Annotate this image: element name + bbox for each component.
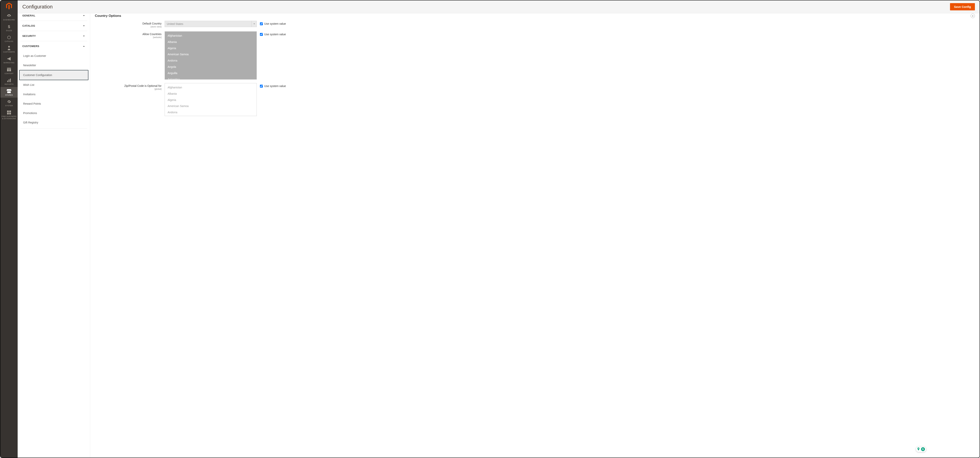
nav-reports[interactable]: REPORTS bbox=[0, 76, 18, 87]
use-system-zip-optional[interactable]: Use system value bbox=[260, 84, 286, 87]
blocks-icon bbox=[6, 110, 12, 114]
layout-icon bbox=[6, 67, 12, 72]
tree-item-customer-configuration[interactable]: Customer Configuration bbox=[19, 70, 88, 80]
list-item[interactable]: American Samoa bbox=[165, 51, 256, 57]
nav-marketing[interactable]: MARKETING bbox=[0, 55, 18, 65]
page-title: Configuration bbox=[22, 4, 53, 10]
svg-text:$: $ bbox=[8, 24, 10, 29]
list-item[interactable]: Angola bbox=[165, 64, 256, 70]
field-allow-countries: Allow Countries [website] Afghanistan Al… bbox=[95, 31, 975, 80]
storefront-icon bbox=[6, 89, 12, 93]
label-zip-optional: Zip/Postal Code is Optional for bbox=[124, 84, 162, 87]
multiselect-allow-countries[interactable]: Afghanistan Albania Algeria American Sam… bbox=[165, 31, 257, 80]
config-sidebar: GENERAL CATALOG SECURITY bbox=[18, 13, 90, 458]
person-icon bbox=[6, 46, 12, 50]
list-item[interactable]: American Samoa bbox=[165, 103, 256, 109]
use-system-default-country[interactable]: Use system value bbox=[260, 22, 286, 25]
save-config-button[interactable]: Save Config bbox=[950, 3, 975, 10]
field-zip-optional: Zip/Postal Code is Optional for [global]… bbox=[95, 83, 975, 116]
gear-icon bbox=[6, 100, 12, 104]
tree-item-newsletter[interactable]: Newsletter bbox=[21, 60, 87, 70]
box-icon bbox=[6, 35, 12, 40]
bars-icon bbox=[6, 78, 12, 83]
megaphone-icon bbox=[6, 57, 12, 61]
tree-section-customers[interactable]: CUSTOMERS bbox=[21, 41, 87, 51]
collapse-section-toggle[interactable] bbox=[970, 14, 975, 18]
nav-customers[interactable]: CUSTOMERS bbox=[0, 44, 18, 55]
select-default-country[interactable]: United States bbox=[165, 21, 257, 27]
grammarly-widget[interactable]: G bbox=[916, 446, 926, 452]
chevron-down-icon bbox=[83, 35, 85, 37]
tree-section-security[interactable]: SECURITY bbox=[21, 31, 87, 41]
list-item[interactable]: Albania bbox=[165, 39, 256, 45]
list-item[interactable]: Andorra bbox=[165, 109, 256, 116]
tree-item-login-as-customer[interactable]: Login as Customer bbox=[21, 51, 87, 60]
tree-section-catalog[interactable]: CATALOG bbox=[21, 21, 87, 31]
section-title: Country Options bbox=[95, 14, 121, 18]
chevron-down-icon bbox=[83, 14, 85, 17]
list-item[interactable]: Algeria bbox=[165, 45, 256, 51]
nav-catalog[interactable]: CATALOG bbox=[0, 33, 18, 44]
magento-logo[interactable] bbox=[0, 0, 18, 12]
nav-stores[interactable]: STORES bbox=[0, 87, 18, 98]
page-header: Configuration Save Config bbox=[18, 0, 980, 13]
list-item[interactable]: Antarctica bbox=[165, 76, 256, 80]
nav-dashboard[interactable]: DASHBOARD bbox=[0, 12, 18, 22]
chevron-down-icon bbox=[83, 24, 85, 27]
list-item[interactable]: Albania bbox=[165, 91, 256, 97]
tree-item-promotions[interactable]: Promotions bbox=[21, 108, 87, 118]
gauge-icon bbox=[6, 14, 12, 18]
list-item[interactable]: Afghanistan bbox=[165, 33, 256, 39]
label-allow-countries: Allow Countries bbox=[143, 33, 162, 36]
nav-partners[interactable]: FIND PARTNERS & EXTENSIONS bbox=[0, 108, 18, 121]
chevron-up-icon bbox=[83, 45, 85, 48]
label-default-country: Default Country bbox=[143, 22, 162, 25]
tree-section-general[interactable]: GENERAL bbox=[21, 13, 87, 21]
list-item[interactable]: Anguilla bbox=[165, 70, 256, 76]
settings-panel: Country Options Default Country [store v… bbox=[90, 13, 980, 458]
tree-item-wish-list[interactable]: Wish List bbox=[21, 80, 87, 89]
nav-system[interactable]: SYSTEM bbox=[0, 98, 18, 108]
dollar-icon: $ bbox=[6, 24, 12, 29]
nav-sales[interactable]: $ SALES bbox=[0, 22, 18, 33]
list-item[interactable]: Andorra bbox=[165, 57, 256, 64]
list-item[interactable]: Angola bbox=[165, 116, 256, 116]
multiselect-zip-optional[interactable]: Afghanistan Albania Algeria American Sam… bbox=[165, 83, 257, 116]
use-system-allow-countries[interactable]: Use system value bbox=[260, 33, 286, 36]
list-item[interactable]: Afghanistan bbox=[165, 84, 256, 91]
caret-down-icon bbox=[251, 21, 256, 27]
pin-icon bbox=[917, 447, 920, 451]
tree-item-invitations[interactable]: Invitations bbox=[21, 89, 87, 99]
field-default-country: Default Country [store view] United Stat… bbox=[95, 21, 975, 28]
nav-content[interactable]: CONTENT bbox=[0, 65, 18, 76]
admin-vertical-nav: DASHBOARD $ SALES CATALOG CUSTOMERS MARK… bbox=[0, 0, 18, 458]
list-item[interactable]: Algeria bbox=[165, 97, 256, 103]
grammarly-icon: G bbox=[921, 447, 925, 451]
tree-item-gift-registry[interactable]: Gift Registry bbox=[21, 118, 87, 127]
tree-item-reward-points[interactable]: Reward Points bbox=[21, 99, 87, 108]
